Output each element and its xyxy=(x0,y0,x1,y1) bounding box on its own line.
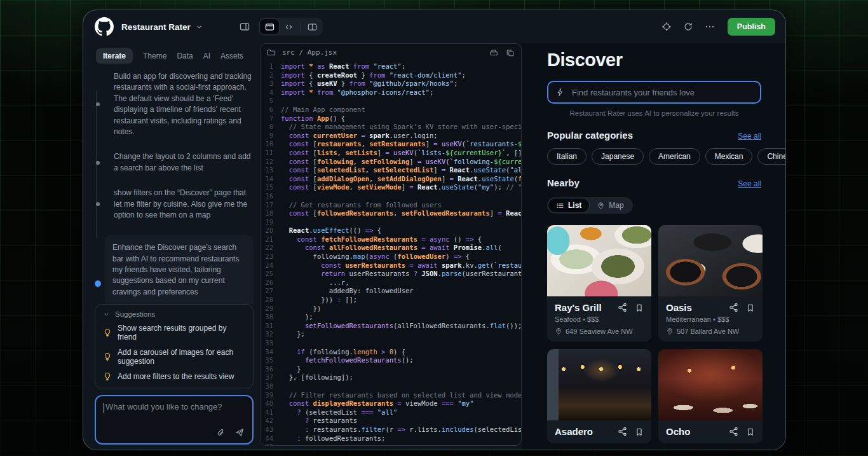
chat-prompt[interactable]: Change the layout to 2 columns and add a… xyxy=(114,151,254,174)
line-number: 41 xyxy=(261,408,281,417)
code-editor: src / App.jsx 1import * as React from "r… xyxy=(260,43,522,446)
card-name: Oasis xyxy=(666,302,721,313)
publish-button[interactable]: Publish xyxy=(728,18,775,36)
line-number: 37 xyxy=(261,373,281,382)
suggestion-item[interactable]: Add a carousel of images for each sugges… xyxy=(103,345,245,369)
card-cuisine-price: Mediterranean • $$$ xyxy=(666,315,755,323)
line-number: 33 xyxy=(261,339,281,348)
line-number: 16 xyxy=(261,192,281,201)
code-line: 26 ...r, xyxy=(261,279,521,287)
search-caption: Restaurant Rater uses AI to personalize … xyxy=(547,109,761,117)
prompt-composer xyxy=(95,395,254,445)
folder-icon[interactable] xyxy=(267,48,276,57)
copy-icon[interactable] xyxy=(506,48,515,57)
code-line: 24 const userRestaurants = await spark.k… xyxy=(261,261,521,270)
line-number: 22 xyxy=(261,244,281,252)
search-input[interactable] xyxy=(571,87,752,98)
popular-see-all-link[interactable]: See all xyxy=(738,132,761,141)
target-icon[interactable] xyxy=(658,18,675,35)
line-number: 30 xyxy=(261,313,281,322)
suggestion-item[interactable]: Add more filters to the results view xyxy=(103,369,245,384)
restaurant-card[interactable]: Ray's GrillSeafood • $$$649 Seaview Ave … xyxy=(547,225,651,342)
line-number: 14 xyxy=(261,175,281,184)
code-line: 11 const [lists, setLists] = useKV(`list… xyxy=(261,149,521,158)
suggestions-panel: Suggestions Show search results grouped … xyxy=(95,304,254,389)
code-line: 22 const allFollowedRestaurants = await … xyxy=(261,244,521,252)
share-icon[interactable] xyxy=(729,427,738,436)
list-toggle-button[interactable]: List xyxy=(548,198,589,212)
line-number: 29 xyxy=(261,305,281,314)
category-pill[interactable]: Japanese xyxy=(592,148,644,165)
line-number: 13 xyxy=(261,166,281,175)
chat-history: Build an app for discovering and trackin… xyxy=(95,71,254,304)
tab-data[interactable]: Data xyxy=(177,52,193,60)
line-number: 43 xyxy=(261,425,281,434)
category-pill[interactable]: Mexican xyxy=(705,148,753,165)
code-line: 37 }, [following]); xyxy=(261,373,521,382)
app-title[interactable]: Restaurant Rater xyxy=(121,22,191,32)
prompt-input[interactable] xyxy=(104,402,245,429)
code-line: 41 ? (selectedList === "all" xyxy=(261,408,521,417)
map-toggle-button[interactable]: Map xyxy=(589,198,631,212)
chat-prompt[interactable]: Build an app for discovering and trackin… xyxy=(114,71,254,137)
lightbulb-icon xyxy=(103,372,112,381)
line-number: 4 xyxy=(261,88,281,97)
suggestion-item[interactable]: Show search results grouped by friend xyxy=(103,321,245,345)
suggestions-header[interactable]: Suggestions xyxy=(103,310,245,318)
line-number: 38 xyxy=(261,382,281,391)
code-line: 44 : followedRestaurants; xyxy=(261,434,521,443)
code-view-button[interactable] xyxy=(279,19,298,34)
restaurant-card[interactable]: OasisMediterranean • $$$507 Ballard Ave … xyxy=(658,225,763,342)
bookmark-icon[interactable] xyxy=(746,303,755,312)
editor-header: src / App.jsx xyxy=(261,44,521,61)
tab-assets[interactable]: Assets xyxy=(220,52,243,60)
code-line: 17 // Get restaurants from followed user… xyxy=(261,201,521,210)
restaurant-card[interactable]: Asadero xyxy=(547,349,651,443)
list-map-toggle: List Map xyxy=(547,197,633,214)
code-line: 32 }; xyxy=(261,330,521,339)
code-line: 38 xyxy=(261,382,521,391)
nearby-see-all-link[interactable]: See all xyxy=(738,179,761,188)
active-prompt-card: Enhance the Discover page's search bar w… xyxy=(105,235,254,304)
tab-theme[interactable]: Theme xyxy=(143,52,166,60)
chat-prompt[interactable]: show filters on the “Discover” page that… xyxy=(114,188,254,221)
send-icon[interactable] xyxy=(234,427,245,438)
line-number: 5 xyxy=(261,97,281,106)
attach-icon[interactable] xyxy=(216,428,226,438)
share-icon[interactable] xyxy=(729,303,738,312)
tab-ai[interactable]: AI xyxy=(203,52,210,60)
lightbulb-icon xyxy=(103,352,112,361)
line-number: 2 xyxy=(261,71,281,80)
bookmark-icon[interactable] xyxy=(635,427,644,436)
card-address: 507 Ballard Ave NW xyxy=(666,328,755,335)
category-pill[interactable]: American xyxy=(649,148,700,165)
tab-iterate[interactable]: Iterate xyxy=(96,48,133,64)
category-pill[interactable]: Chinese xyxy=(757,148,785,165)
chat-prompt[interactable]: Enhance the Discover page's search bar w… xyxy=(114,235,254,304)
share-icon[interactable] xyxy=(618,427,627,436)
share-icon[interactable] xyxy=(618,303,627,312)
timeline-dot xyxy=(96,161,100,165)
map-pin-icon xyxy=(666,328,674,335)
code-content[interactable]: 1import * as React from "react";2import … xyxy=(261,61,521,445)
line-number: 27 xyxy=(261,287,281,296)
line-number: 15 xyxy=(261,183,281,192)
suggestions-title: Suggestions xyxy=(115,310,155,318)
code-line: 27 addedBy: followedUser xyxy=(261,287,521,296)
code-line: 43 : restaurants.filter(r => r.lists.inc… xyxy=(261,425,521,434)
line-number: 36 xyxy=(261,365,281,374)
bookmark-icon[interactable] xyxy=(635,303,644,312)
bookmark-icon[interactable] xyxy=(746,427,755,436)
chevron-down-icon[interactable] xyxy=(196,24,203,31)
code-line: 3import { useKV } from "@github/spark/ho… xyxy=(261,79,521,88)
category-pill[interactable]: Italian xyxy=(547,148,587,165)
file-breadcrumb[interactable]: src / App.jsx xyxy=(282,48,337,57)
sidebar-toggle-button[interactable] xyxy=(236,18,254,35)
preview-view-button[interactable] xyxy=(260,19,279,34)
card-image xyxy=(547,349,651,420)
split-view-button[interactable] xyxy=(302,19,322,34)
restaurant-card[interactable]: Ocho xyxy=(658,349,763,443)
more-options-icon[interactable] xyxy=(701,18,719,35)
format-icon[interactable] xyxy=(489,48,498,57)
refresh-icon[interactable] xyxy=(679,18,697,35)
